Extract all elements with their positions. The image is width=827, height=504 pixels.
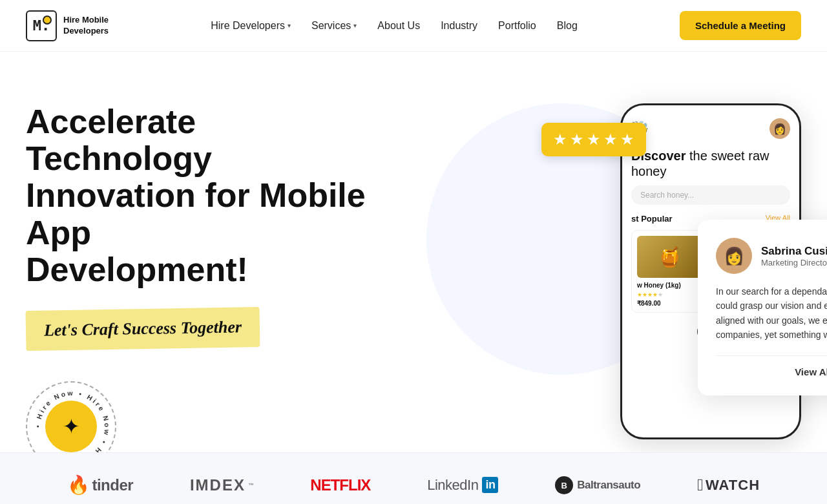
product-1-price: ₹849.00 — [637, 300, 702, 307]
hero-title: Accelerate Technology Innovation for Mob… — [26, 103, 388, 288]
tinder-flame-icon: 🔥 — [67, 474, 90, 496]
nav-industry[interactable]: Industry — [441, 20, 477, 32]
linkedin-icon: in — [482, 477, 498, 493]
rating-badge: ★ ★ ★ ★ ★ — [541, 123, 646, 156]
brand-imdex: IMDEX™ — [190, 476, 254, 494]
testimonial-card: 👩 Sabrina Cusi Marketing Director at Woz… — [698, 220, 827, 395]
svg-text:B: B — [561, 481, 567, 490]
brand-linkedin: LinkedIn in — [427, 477, 498, 494]
nav-services[interactable]: Services ▾ — [311, 20, 357, 32]
baltransauto-label: Baltransauto — [577, 479, 640, 492]
phone-topbar: 🐝 👩 — [631, 118, 790, 139]
linkedin-label: LinkedIn — [427, 477, 478, 494]
chevron-icon: ▾ — [288, 22, 291, 29]
chevron-icon: ▾ — [353, 22, 357, 29]
nav-about[interactable]: About Us — [377, 20, 420, 32]
star-5-icon: ★ — [620, 131, 634, 149]
star-1-icon: ★ — [553, 131, 567, 149]
honey-jar-1-image: 🍯 — [637, 236, 702, 278]
star-3-icon: ★ — [587, 131, 601, 149]
logo[interactable]: M. Hire Mobile Developers — [26, 10, 109, 41]
product-1-name: w Honey (1kg) — [637, 282, 702, 289]
baltransauto-icon: B — [555, 476, 573, 494]
testimonial-name: Sabrina Cusi — [761, 245, 827, 258]
apple-icon:  — [697, 475, 703, 495]
user-avatar: 👩 — [769, 118, 790, 139]
section-title: st Popular — [631, 214, 673, 224]
logo-text: Hire Mobile Developers — [63, 15, 109, 37]
navbar: M. Hire Mobile Developers Hire Developer… — [0, 0, 827, 52]
hire-badge[interactable]: ✦ • Hire Now • Hire Now • Hire Now • — [26, 381, 116, 452]
nav-links: Hire Developers ▾ Services ▾ About Us In… — [211, 20, 578, 32]
logo-icon: M. — [26, 10, 57, 41]
testimonial-view-all[interactable]: View All → — [716, 355, 827, 377]
hire-badge-inner: ✦ — [45, 401, 97, 452]
hero-tag: Let's Craft Success Together — [25, 307, 260, 351]
star-2-icon: ★ — [570, 131, 584, 149]
star-burst-icon: ✦ — [63, 414, 80, 439]
apple-watch-label: WATCH — [706, 477, 760, 494]
hero-section: Accelerate Technology Innovation for Mob… — [0, 52, 827, 452]
imdex-label: IMDEX — [190, 476, 246, 494]
nav-portfolio[interactable]: Portfolio — [498, 20, 536, 32]
brands-bar: 🔥 tinder IMDEX™ NETFLIX LinkedIn in B Ba… — [0, 452, 827, 504]
netflix-label: NETFLIX — [310, 476, 370, 494]
schedule-meeting-button[interactable]: Schedule a Meeting — [680, 11, 801, 40]
tinder-label: tinder — [92, 476, 133, 494]
testimonial-role: Marketing Director at Woz Branding — [761, 258, 827, 268]
phone-app-title: Discover the sweet raw honey — [631, 148, 790, 179]
phone-product-1: 🍯 w Honey (1kg) ★★★★★ ₹849.00 — [631, 230, 707, 313]
testimonial-identity: Sabrina Cusi Marketing Director at Woz B… — [761, 245, 827, 268]
brand-netflix: NETFLIX — [310, 476, 370, 494]
star-4-icon: ★ — [603, 131, 618, 149]
brand-tinder: 🔥 tinder — [67, 474, 133, 496]
hire-badge-circle: ✦ • Hire Now • Hire Now • Hire Now • — [26, 381, 116, 452]
nav-hire-developers[interactable]: Hire Developers ▾ — [211, 20, 291, 32]
nav-blog[interactable]: Blog — [557, 20, 578, 32]
product-1-stars: ★★★★★ — [637, 291, 702, 298]
testimonial-header: 👩 Sabrina Cusi Marketing Director at Woz… — [716, 238, 827, 274]
phone-search-bar[interactable]: Search honey... — [631, 185, 790, 205]
hero-left: Accelerate Technology Innovation for Mob… — [26, 90, 388, 452]
brand-baltransauto: B Baltransauto — [555, 476, 640, 494]
testimonial-text: In our search for a dependable web devel… — [716, 284, 827, 342]
testimonial-avatar: 👩 — [716, 238, 752, 274]
brand-apple-watch:  WATCH — [697, 475, 760, 495]
